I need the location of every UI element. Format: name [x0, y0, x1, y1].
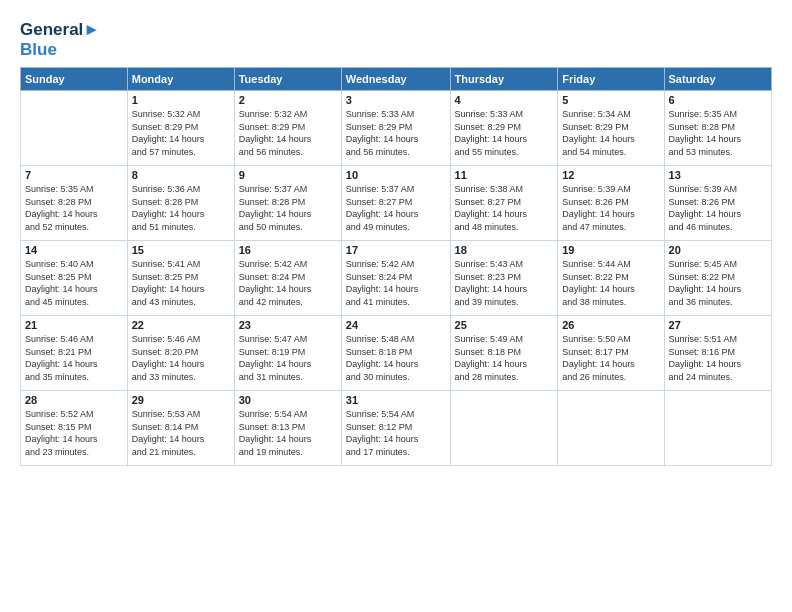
calendar-cell: 1Sunrise: 5:32 AM Sunset: 8:29 PM Daylig…	[127, 91, 234, 166]
cell-sun-info: Sunrise: 5:34 AM Sunset: 8:29 PM Dayligh…	[562, 108, 659, 158]
calendar-cell: 11Sunrise: 5:38 AM Sunset: 8:27 PM Dayli…	[450, 166, 558, 241]
calendar-cell: 20Sunrise: 5:45 AM Sunset: 8:22 PM Dayli…	[664, 241, 771, 316]
calendar-cell: 31Sunrise: 5:54 AM Sunset: 8:12 PM Dayli…	[341, 391, 450, 466]
calendar-week-row: 14Sunrise: 5:40 AM Sunset: 8:25 PM Dayli…	[21, 241, 772, 316]
calendar-cell: 18Sunrise: 5:43 AM Sunset: 8:23 PM Dayli…	[450, 241, 558, 316]
day-number: 14	[25, 244, 123, 256]
day-number: 18	[455, 244, 554, 256]
cell-sun-info: Sunrise: 5:52 AM Sunset: 8:15 PM Dayligh…	[25, 408, 123, 458]
cell-sun-info: Sunrise: 5:54 AM Sunset: 8:13 PM Dayligh…	[239, 408, 337, 458]
day-number: 6	[669, 94, 767, 106]
cell-sun-info: Sunrise: 5:40 AM Sunset: 8:25 PM Dayligh…	[25, 258, 123, 308]
calendar-cell: 22Sunrise: 5:46 AM Sunset: 8:20 PM Dayli…	[127, 316, 234, 391]
day-number: 20	[669, 244, 767, 256]
day-number: 19	[562, 244, 659, 256]
cell-sun-info: Sunrise: 5:44 AM Sunset: 8:22 PM Dayligh…	[562, 258, 659, 308]
day-number: 7	[25, 169, 123, 181]
calendar-cell: 14Sunrise: 5:40 AM Sunset: 8:25 PM Dayli…	[21, 241, 128, 316]
calendar-cell	[21, 91, 128, 166]
calendar-table: SundayMondayTuesdayWednesdayThursdayFrid…	[20, 67, 772, 466]
day-number: 4	[455, 94, 554, 106]
day-number: 11	[455, 169, 554, 181]
cell-sun-info: Sunrise: 5:35 AM Sunset: 8:28 PM Dayligh…	[25, 183, 123, 233]
day-number: 15	[132, 244, 230, 256]
cell-sun-info: Sunrise: 5:37 AM Sunset: 8:27 PM Dayligh…	[346, 183, 446, 233]
day-number: 28	[25, 394, 123, 406]
calendar-cell: 7Sunrise: 5:35 AM Sunset: 8:28 PM Daylig…	[21, 166, 128, 241]
calendar-cell: 12Sunrise: 5:39 AM Sunset: 8:26 PM Dayli…	[558, 166, 664, 241]
cell-sun-info: Sunrise: 5:36 AM Sunset: 8:28 PM Dayligh…	[132, 183, 230, 233]
calendar-cell: 29Sunrise: 5:53 AM Sunset: 8:14 PM Dayli…	[127, 391, 234, 466]
calendar-cell: 4Sunrise: 5:33 AM Sunset: 8:29 PM Daylig…	[450, 91, 558, 166]
calendar-week-row: 7Sunrise: 5:35 AM Sunset: 8:28 PM Daylig…	[21, 166, 772, 241]
day-number: 27	[669, 319, 767, 331]
calendar-cell: 16Sunrise: 5:42 AM Sunset: 8:24 PM Dayli…	[234, 241, 341, 316]
day-number: 24	[346, 319, 446, 331]
cell-sun-info: Sunrise: 5:42 AM Sunset: 8:24 PM Dayligh…	[346, 258, 446, 308]
calendar-cell	[558, 391, 664, 466]
calendar-cell: 19Sunrise: 5:44 AM Sunset: 8:22 PM Dayli…	[558, 241, 664, 316]
day-number: 22	[132, 319, 230, 331]
calendar-cell: 24Sunrise: 5:48 AM Sunset: 8:18 PM Dayli…	[341, 316, 450, 391]
calendar-cell: 15Sunrise: 5:41 AM Sunset: 8:25 PM Dayli…	[127, 241, 234, 316]
cell-sun-info: Sunrise: 5:45 AM Sunset: 8:22 PM Dayligh…	[669, 258, 767, 308]
calendar-cell	[664, 391, 771, 466]
calendar-cell: 21Sunrise: 5:46 AM Sunset: 8:21 PM Dayli…	[21, 316, 128, 391]
calendar-cell: 9Sunrise: 5:37 AM Sunset: 8:28 PM Daylig…	[234, 166, 341, 241]
col-header-tuesday: Tuesday	[234, 68, 341, 91]
day-number: 12	[562, 169, 659, 181]
cell-sun-info: Sunrise: 5:46 AM Sunset: 8:21 PM Dayligh…	[25, 333, 123, 383]
cell-sun-info: Sunrise: 5:41 AM Sunset: 8:25 PM Dayligh…	[132, 258, 230, 308]
calendar-cell: 8Sunrise: 5:36 AM Sunset: 8:28 PM Daylig…	[127, 166, 234, 241]
day-number: 13	[669, 169, 767, 181]
calendar-cell: 2Sunrise: 5:32 AM Sunset: 8:29 PM Daylig…	[234, 91, 341, 166]
calendar-cell: 30Sunrise: 5:54 AM Sunset: 8:13 PM Dayli…	[234, 391, 341, 466]
cell-sun-info: Sunrise: 5:39 AM Sunset: 8:26 PM Dayligh…	[562, 183, 659, 233]
cell-sun-info: Sunrise: 5:54 AM Sunset: 8:12 PM Dayligh…	[346, 408, 446, 458]
calendar-header-row: SundayMondayTuesdayWednesdayThursdayFrid…	[21, 68, 772, 91]
day-number: 9	[239, 169, 337, 181]
cell-sun-info: Sunrise: 5:32 AM Sunset: 8:29 PM Dayligh…	[239, 108, 337, 158]
calendar-cell: 25Sunrise: 5:49 AM Sunset: 8:18 PM Dayli…	[450, 316, 558, 391]
day-number: 1	[132, 94, 230, 106]
cell-sun-info: Sunrise: 5:33 AM Sunset: 8:29 PM Dayligh…	[455, 108, 554, 158]
cell-sun-info: Sunrise: 5:37 AM Sunset: 8:28 PM Dayligh…	[239, 183, 337, 233]
cell-sun-info: Sunrise: 5:53 AM Sunset: 8:14 PM Dayligh…	[132, 408, 230, 458]
cell-sun-info: Sunrise: 5:33 AM Sunset: 8:29 PM Dayligh…	[346, 108, 446, 158]
calendar-cell: 5Sunrise: 5:34 AM Sunset: 8:29 PM Daylig…	[558, 91, 664, 166]
header: General► Blue	[20, 16, 772, 59]
cell-sun-info: Sunrise: 5:47 AM Sunset: 8:19 PM Dayligh…	[239, 333, 337, 383]
day-number: 16	[239, 244, 337, 256]
calendar-week-row: 1Sunrise: 5:32 AM Sunset: 8:29 PM Daylig…	[21, 91, 772, 166]
day-number: 8	[132, 169, 230, 181]
calendar-cell: 3Sunrise: 5:33 AM Sunset: 8:29 PM Daylig…	[341, 91, 450, 166]
cell-sun-info: Sunrise: 5:48 AM Sunset: 8:18 PM Dayligh…	[346, 333, 446, 383]
calendar-cell: 26Sunrise: 5:50 AM Sunset: 8:17 PM Dayli…	[558, 316, 664, 391]
day-number: 21	[25, 319, 123, 331]
logo-text: General►	[20, 20, 100, 40]
calendar-week-row: 21Sunrise: 5:46 AM Sunset: 8:21 PM Dayli…	[21, 316, 772, 391]
col-header-friday: Friday	[558, 68, 664, 91]
day-number: 17	[346, 244, 446, 256]
calendar-cell: 10Sunrise: 5:37 AM Sunset: 8:27 PM Dayli…	[341, 166, 450, 241]
logo: General► Blue	[20, 20, 100, 59]
day-number: 31	[346, 394, 446, 406]
calendar-cell: 28Sunrise: 5:52 AM Sunset: 8:15 PM Dayli…	[21, 391, 128, 466]
cell-sun-info: Sunrise: 5:42 AM Sunset: 8:24 PM Dayligh…	[239, 258, 337, 308]
calendar-cell: 6Sunrise: 5:35 AM Sunset: 8:28 PM Daylig…	[664, 91, 771, 166]
col-header-saturday: Saturday	[664, 68, 771, 91]
cell-sun-info: Sunrise: 5:50 AM Sunset: 8:17 PM Dayligh…	[562, 333, 659, 383]
cell-sun-info: Sunrise: 5:46 AM Sunset: 8:20 PM Dayligh…	[132, 333, 230, 383]
calendar-cell: 27Sunrise: 5:51 AM Sunset: 8:16 PM Dayli…	[664, 316, 771, 391]
cell-sun-info: Sunrise: 5:32 AM Sunset: 8:29 PM Dayligh…	[132, 108, 230, 158]
cell-sun-info: Sunrise: 5:49 AM Sunset: 8:18 PM Dayligh…	[455, 333, 554, 383]
day-number: 30	[239, 394, 337, 406]
day-number: 3	[346, 94, 446, 106]
col-header-wednesday: Wednesday	[341, 68, 450, 91]
calendar-week-row: 28Sunrise: 5:52 AM Sunset: 8:15 PM Dayli…	[21, 391, 772, 466]
day-number: 2	[239, 94, 337, 106]
day-number: 5	[562, 94, 659, 106]
col-header-monday: Monday	[127, 68, 234, 91]
cell-sun-info: Sunrise: 5:38 AM Sunset: 8:27 PM Dayligh…	[455, 183, 554, 233]
logo-blue: Blue	[20, 40, 100, 60]
